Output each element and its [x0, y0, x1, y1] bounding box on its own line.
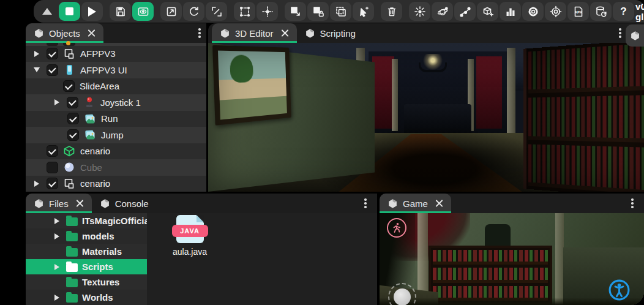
expand-arrow-icon[interactable]: [52, 233, 62, 239]
mesh-icon: [63, 145, 75, 157]
visibility-checkbox[interactable]: [47, 64, 58, 76]
copy-lock-button[interactable]: [307, 2, 329, 21]
box-icon: [388, 198, 398, 209]
panel-dock-button[interactable]: [626, 24, 644, 47]
settings-button[interactable]: [522, 2, 544, 21]
scene-pillar: [392, 59, 398, 131]
duplicate-object-button[interactable]: [330, 2, 351, 21]
tab-game[interactable]: Game: [380, 194, 451, 213]
game-viewport[interactable]: [380, 213, 644, 305]
collapse-arrow-icon[interactable]: [32, 67, 42, 72]
expand-arrow-icon[interactable]: [52, 264, 62, 270]
help-button[interactable]: ?: [613, 2, 634, 21]
scene-chandelier: [419, 62, 447, 72]
tab-label: Files: [49, 198, 69, 209]
object-label: cenario: [80, 178, 110, 189]
expand-arrow-icon[interactable]: [52, 295, 62, 301]
close-tab-icon[interactable]: [435, 200, 443, 208]
play-button[interactable]: [81, 2, 103, 21]
statistics-button[interactable]: [500, 2, 521, 21]
collapse-toolbar-button[interactable]: [36, 2, 58, 21]
particles-button[interactable]: [409, 2, 430, 21]
scale-tool-button[interactable]: [206, 2, 227, 21]
node-path-button[interactable]: [454, 2, 476, 21]
move-tool-icon: [165, 6, 178, 18]
3d-editor-viewport[interactable]: [208, 43, 644, 192]
folder-row-textures[interactable]: Textures: [26, 274, 147, 290]
visibility-checkbox[interactable]: [47, 145, 58, 157]
visibility-checkbox[interactable]: [47, 162, 58, 173]
object-row-slidearea[interactable]: SlideArea: [26, 78, 206, 95]
visibility-checkbox[interactable]: [63, 80, 75, 92]
add-object-button[interactable]: [477, 2, 498, 21]
expand-arrow-icon[interactable]: [32, 181, 42, 187]
tab-console[interactable]: Console: [92, 194, 157, 213]
target-gear-icon: [550, 6, 562, 18]
object-row-cenario[interactable]: cenario: [26, 143, 206, 160]
editor-panel-menu-button[interactable]: [613, 26, 627, 40]
project-target-button[interactable]: [545, 2, 566, 21]
visibility-checkbox[interactable]: [67, 113, 79, 124]
folder-row-materials[interactable]: Materials: [26, 244, 147, 259]
file-item-aula-java[interactable]: JAVA aula.java: [167, 215, 213, 257]
move-tool-button[interactable]: [160, 2, 182, 21]
version-label: v0.1311 gl:3.0: [635, 1, 644, 22]
stop-button[interactable]: [59, 2, 80, 21]
close-tab-icon[interactable]: [76, 200, 84, 208]
tab-objects[interactable]: Objects: [26, 23, 103, 43]
object-row-afppv3-ui[interactable]: AFPPV3 UI: [26, 62, 206, 78]
visibility-checkbox[interactable]: [67, 129, 79, 141]
tab-label: 3D Editor: [235, 28, 274, 39]
files-panel-menu-button[interactable]: [359, 197, 372, 210]
tap-place-tool-button[interactable]: [353, 2, 374, 21]
scene-pillar: [507, 48, 515, 140]
object-row-run[interactable]: Run: [26, 111, 206, 127]
folder-label: Scripts: [82, 262, 113, 272]
expand-arrow-icon[interactable]: [32, 51, 42, 57]
physics-orbit-button[interactable]: [432, 2, 453, 21]
save-button[interactable]: [110, 2, 131, 21]
export-apk-button[interactable]: APK: [567, 2, 589, 21]
object-row-afppv3[interactable]: AFPPV3: [26, 46, 206, 62]
object-row-cenario-2[interactable]: cenario: [26, 176, 206, 192]
canvas-icon: [63, 48, 75, 60]
object-label: Joystick 1: [100, 97, 141, 108]
folder-row-scripts[interactable]: Scripts: [26, 259, 147, 274]
object-row-joystick-1[interactable]: Joystick 1: [26, 94, 206, 111]
folder-icon: [66, 233, 78, 241]
reload-database-button[interactable]: [590, 2, 612, 21]
joystick-knob[interactable]: [394, 288, 411, 305]
expand-arrow-icon[interactable]: [52, 99, 62, 105]
visibility-checkbox[interactable]: [47, 178, 58, 189]
folder-row-models[interactable]: models: [26, 228, 147, 244]
visibility-checkbox[interactable]: [67, 97, 78, 108]
object-row-cube[interactable]: Cube: [26, 159, 206, 176]
object-row-jump[interactable]: Jump: [26, 127, 206, 143]
scene-visibility-button[interactable]: [132, 2, 154, 21]
delete-object-button[interactable]: [381, 2, 402, 21]
game-panel-menu-button[interactable]: [626, 197, 639, 210]
tab-label: Scripting: [320, 28, 356, 39]
close-tab-icon[interactable]: [281, 29, 289, 37]
object-label: AFPPV3: [80, 48, 116, 59]
tab-3d-editor[interactable]: 3D Editor: [212, 23, 297, 43]
rect-select-tool-button[interactable]: [234, 2, 255, 21]
objects-panel-menu-button[interactable]: [193, 26, 206, 40]
rotate-tool-button[interactable]: [183, 2, 204, 21]
accessibility-button[interactable]: [608, 279, 631, 301]
object-label: Run: [101, 113, 118, 124]
visibility-checkbox[interactable]: [47, 48, 58, 59]
close-tab-icon[interactable]: [88, 29, 95, 37]
pivot-tool-button[interactable]: [256, 2, 278, 21]
apk-file-icon: APK: [572, 6, 585, 18]
folder-row-itsmagicofficia[interactable]: ITsMagicOfficia: [26, 213, 147, 228]
tab-files[interactable]: Files: [26, 194, 92, 213]
bar-chart-icon: [504, 6, 517, 18]
tab-scripting[interactable]: Scripting: [297, 23, 364, 43]
copy-object-button[interactable]: [285, 2, 306, 21]
eye-icon: [137, 6, 149, 18]
run-button[interactable]: [387, 218, 406, 238]
folder-label: models: [82, 231, 114, 241]
expand-arrow-icon[interactable]: [52, 218, 62, 224]
folder-row-worlds[interactable]: Worlds: [26, 290, 147, 305]
